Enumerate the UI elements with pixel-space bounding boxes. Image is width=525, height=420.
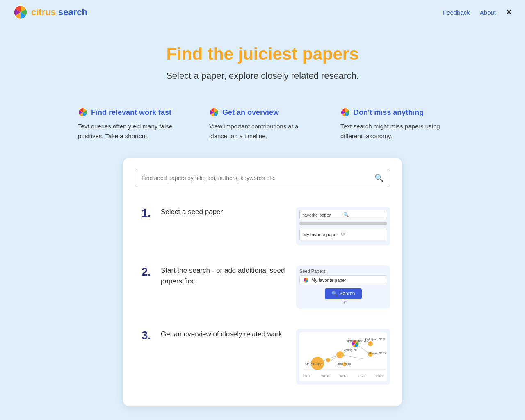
step-2-content: Start the search - or add additional see…: [161, 265, 286, 286]
nav-links: Feedback About ✕: [443, 8, 512, 17]
feedback-link[interactable]: Feedback: [443, 9, 470, 16]
label-zhang: Zhang, 20..: [344, 349, 358, 352]
bubble-zhang: [336, 351, 344, 358]
illus-search-icon: 🔍: [343, 212, 383, 217]
features-section: Find relevant work fast Text queries oft…: [37, 91, 488, 158]
navbar: citrus search Feedback About ✕: [0, 0, 525, 25]
logo[interactable]: citrus search: [13, 5, 87, 20]
feature-overview-title: Get an overview: [209, 107, 316, 117]
search-bar[interactable]: 🔍: [135, 169, 390, 187]
timeline-chart: Rodriguez, 2021 Zhang, 20.. Paletta auth…: [299, 332, 387, 381]
feature-miss: Don't miss anything Text search might mi…: [340, 107, 447, 141]
label-paletta: Paletta author, 2020: [345, 340, 370, 342]
search-btn-icon: 🔍: [331, 291, 338, 297]
step-3-illustration: Rodriguez, 2021 Zhang, 20.. Paletta auth…: [296, 329, 390, 385]
label-stellen: Stellen, 2018: [305, 363, 322, 365]
step-1-number: 1.: [142, 207, 151, 219]
citrus-icon-miss: [340, 107, 350, 117]
about-link[interactable]: About: [480, 9, 496, 16]
feature-fast-title: Find relevant work fast: [78, 107, 185, 117]
feature-overview-text: View important contributions at a glance…: [209, 121, 316, 141]
hero-subtitle: Select a paper, explore closely related …: [0, 71, 525, 81]
feature-miss-text: Text search might miss papers using diff…: [340, 121, 447, 141]
search-button[interactable]: 🔍 Search: [325, 288, 361, 299]
seed-papers-label: Seed Papers:: [299, 269, 387, 274]
illus-gray-bar-1: [299, 222, 387, 225]
search-input[interactable]: [142, 175, 374, 181]
bubble-stellen: [326, 358, 330, 362]
seed-paper-name: My favorite paper: [311, 278, 346, 283]
feature-fast-text: Text queries often yield many false posi…: [78, 121, 185, 141]
brand-text: citrus search: [31, 7, 87, 18]
illus-result-item: My favorite paper ☞: [299, 228, 387, 240]
illus-search-text: favorite paper: [303, 212, 343, 217]
citrus-icon-overview: [209, 107, 219, 117]
btn-cursor-icon: ☞: [342, 299, 347, 306]
search-btn-label: Search: [339, 291, 355, 297]
main-card: 🔍 1. Select a seed paper favorite paper …: [123, 158, 402, 406]
step-3-content: Get an overview of closely related work: [161, 329, 286, 340]
citrus-icon-fast: [78, 107, 88, 117]
feature-miss-title: Don't miss anything: [340, 107, 447, 117]
label-smith: Smith, 2018: [336, 363, 351, 365]
tag-citrus-icon: [303, 277, 309, 283]
citrus-logo-icon: [13, 5, 28, 20]
hero-section: Find the juiciest papers Select a paper,…: [0, 25, 525, 91]
hero-title: Find the juiciest papers: [0, 44, 525, 64]
axis-2014: 2014: [303, 374, 311, 378]
step-2-label: Start the search - or add additional see…: [161, 265, 286, 286]
cursor-icon: ☞: [341, 230, 347, 238]
step-2-illustration: Seed Papers: My favorite paper: [296, 265, 390, 309]
step-2: 2. Start the search - or add additional …: [135, 256, 390, 319]
step-3-number: 3.: [142, 329, 151, 342]
axis-2018: 2018: [339, 374, 347, 378]
step-1: 1. Select a seed paper favorite paper 🔍 …: [135, 197, 390, 256]
step-1-label: Select a seed paper: [161, 207, 286, 217]
timeline-axis: 2014 2016 2018 2020 2022: [303, 374, 384, 378]
feature-overview: Get an overview View important contribut…: [209, 107, 316, 141]
step-2-number: 2.: [142, 265, 151, 278]
axis-2020: 2020: [357, 374, 365, 378]
seed-paper-tag: My favorite paper: [299, 275, 387, 285]
step-1-illustration: favorite paper 🔍 My favorite paper ☞: [296, 207, 390, 245]
svg-line-8: [340, 355, 363, 359]
step-1-content: Select a seed paper: [161, 207, 286, 217]
illus-search-bar: favorite paper 🔍: [299, 210, 387, 219]
step-3: 3. Get an overview of closely related wo…: [135, 319, 390, 395]
brand-search: search: [58, 7, 87, 17]
label-regier: Regier, 2020: [369, 352, 386, 355]
search-icon: 🔍: [374, 173, 383, 183]
step-3-label: Get an overview of closely related work: [161, 329, 286, 340]
axis-2016: 2016: [321, 374, 329, 378]
axis-2022: 2022: [376, 374, 384, 378]
feature-fast: Find relevant work fast Text queries oft…: [78, 107, 185, 141]
twitter-x-icon[interactable]: ✕: [506, 8, 512, 17]
steps-container: 1. Select a seed paper favorite paper 🔍 …: [135, 197, 390, 395]
